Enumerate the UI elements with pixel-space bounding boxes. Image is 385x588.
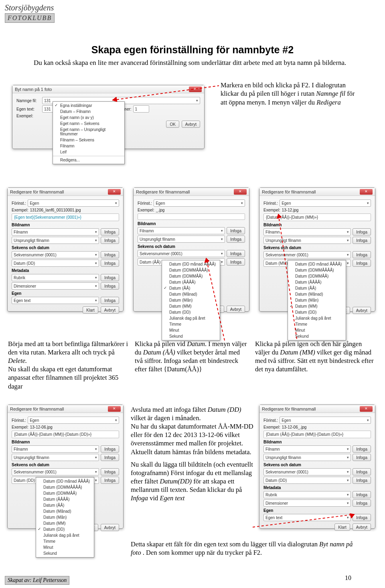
label-egentext: Egen text:: [16, 107, 41, 111]
callout-arrow: [253, 513, 357, 529]
logo-line2: FOTOKLUBB: [5, 13, 55, 23]
insert-button[interactable]: Infoga: [101, 282, 119, 290]
svg-marker-3: [205, 258, 209, 263]
pattern-field[interactable]: {Egen text}{Sekvensnummer (0001)»}: [12, 213, 119, 221]
svg-line-4: [278, 214, 297, 339]
cancel-button[interactable]: Avbryt: [101, 306, 119, 314]
callout-arrow: [277, 212, 301, 340]
menu-item[interactable]: Filnamn – Sekvens: [53, 137, 124, 143]
menu-item-redigera[interactable]: Redigera...: [53, 157, 124, 163]
page-title: Skapa egen förinställning för namnbyte #…: [0, 44, 385, 56]
callout-arrow: [112, 84, 225, 108]
editor-dialog-5: Redigerare för filnamnsmall✕ Förinst.:Eg…: [259, 405, 375, 529]
label-exempel: Exempel:: [16, 114, 41, 118]
insert-button[interactable]: Infoga: [101, 251, 119, 258]
insert-button[interactable]: Infoga: [101, 260, 119, 267]
done-button[interactable]: Klart: [83, 306, 98, 314]
close-icon[interactable]: ✕: [108, 406, 121, 412]
callout-arrow: [205, 256, 229, 344]
svg-line-6: [253, 514, 355, 527]
pattern-field[interactable]: {Datum (ÅÅ)}-{Datum (MM)}-{Datum (DD)»}: [263, 431, 371, 438]
editor-dialog-4: Redigerare för filnamnsmall✕ Förinst.:Eg…: [7, 405, 124, 529]
right-caption: Markera en bild och klicka på F2. I dial…: [221, 81, 357, 107]
preset-combo[interactable]: Egen▾: [28, 199, 119, 207]
insert-button[interactable]: Infoga: [101, 228, 119, 236]
menu-item[interactable]: Datum – Filnamn: [53, 109, 124, 115]
bottom-text-wide: Detta skapar ett fält för din egen text …: [131, 540, 354, 557]
insert-button[interactable]: Infoga: [101, 297, 119, 304]
menu-item[interactable]: Eget namn – Sekvens: [53, 121, 124, 127]
datum-menu: Datum (DD månad ÅÅÅÅ) Datum (DDMMÅÅÅÅ) D…: [36, 477, 94, 558]
cancel-button[interactable]: Avbryt: [182, 121, 200, 128]
menu-item[interactable]: Filnamn: [53, 143, 124, 149]
logo-line1: Storsjöbygdens: [5, 3, 54, 12]
page-number: 10: [345, 574, 351, 582]
footer-credit: Skapat av: Leif Pettersson: [5, 576, 69, 585]
pattern-field[interactable]: {Datum (ÅÅ)}-{Datum (MM)}-{Datum (DD)»}: [12, 431, 119, 438]
namnge-menu: Egna inställningar Datum – Filnamn Eget …: [53, 101, 125, 164]
instruction-col-1: Börja med att ta bort befintliga fältmar…: [8, 340, 128, 391]
close-icon[interactable]: ✕: [108, 189, 121, 195]
pattern-field[interactable]: [138, 213, 245, 220]
svg-marker-5: [277, 214, 282, 219]
logo: Storsjöbygdens FOTOKLUBB: [5, 3, 55, 23]
menu-item[interactable]: Leif: [53, 149, 124, 155]
close-icon[interactable]: ✕: [360, 189, 373, 195]
close-icon[interactable]: ✕: [234, 189, 247, 195]
svg-marker-7: [350, 513, 355, 518]
menu-item[interactable]: Eget namn – Ursprungligt filnummer: [53, 127, 124, 137]
editor-dialog-1: Redigerare för filnamnsmall✕ Förinst.:Eg…: [7, 187, 124, 312]
svg-marker-1: [112, 97, 117, 102]
bottom-text: Avsluta med att infoga fältet Datum (DD)…: [131, 405, 254, 502]
instruction-col-3: Klicka på pilen igen och den här gången …: [255, 340, 375, 373]
insert-button[interactable]: Infoga: [101, 274, 119, 281]
menu-separator: [53, 156, 124, 156]
label-namnge: Namnge fil:: [16, 99, 41, 103]
editor-dialog-2: Redigerare för filnamnsmall✕ Förinst.:Eg…: [133, 187, 249, 312]
svg-line-0: [112, 86, 219, 100]
menu-item[interactable]: Eget namn (x av y): [53, 115, 124, 121]
datum-combo[interactable]: Datum (DD)▾: [12, 260, 99, 267]
rename-title: Byt namn på 1 foto: [15, 87, 52, 92]
instruction-col-2: Klicka på pilen vid Datum. I menyn välje…: [135, 340, 249, 373]
intro-text: Du kan också skapa en lite mer avancerad…: [34, 58, 351, 67]
insert-button[interactable]: Infoga: [101, 237, 119, 244]
svg-line-2: [206, 258, 225, 340]
ok-button[interactable]: OK: [166, 121, 179, 128]
close-icon[interactable]: ✕: [360, 406, 373, 412]
